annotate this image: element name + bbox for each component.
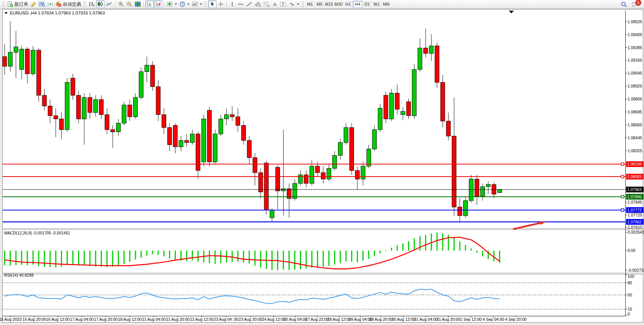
autotrading-button[interactable]: 自动交易 xyxy=(54,0,82,8)
candle-body[interactable] xyxy=(333,155,337,168)
search-button[interactable] xyxy=(620,0,628,8)
candle-body[interactable] xyxy=(395,93,399,109)
candle-body[interactable] xyxy=(406,102,411,116)
candle-body[interactable] xyxy=(190,134,194,143)
candle-body[interactable] xyxy=(230,115,234,117)
candle-body[interactable] xyxy=(59,119,64,130)
chat-button[interactable]: 1 xyxy=(631,0,640,8)
line-handle-marker[interactable] xyxy=(621,163,624,166)
arrows-tool-button[interactable] xyxy=(288,0,300,8)
timeframe-h1-button[interactable]: H1 xyxy=(343,1,353,8)
candle-body[interactable] xyxy=(94,100,98,113)
periods-dropdown-caret[interactable] xyxy=(187,3,190,5)
candle-body[interactable] xyxy=(236,117,240,126)
candle-body[interactable] xyxy=(111,130,115,132)
chart-shift-button[interactable] xyxy=(154,0,162,8)
toolbar-grip[interactable] xyxy=(84,1,86,7)
candle-body[interactable] xyxy=(99,100,104,115)
candle-body[interactable] xyxy=(475,179,479,196)
templates-button[interactable] xyxy=(191,0,203,8)
candle-body[interactable] xyxy=(367,149,371,166)
candle-body[interactable] xyxy=(492,185,496,194)
candle-body[interactable] xyxy=(497,190,502,193)
candle-body[interactable] xyxy=(446,121,451,136)
candle-body[interactable] xyxy=(185,140,189,143)
candle-body[interactable] xyxy=(71,78,75,95)
candle-body[interactable] xyxy=(156,87,160,115)
candle-body[interactable] xyxy=(304,175,308,183)
cursor-tool-button[interactable] xyxy=(208,0,217,8)
timeframe-mn-button[interactable]: MN xyxy=(381,1,391,8)
candle-body[interactable] xyxy=(122,105,126,123)
candle-body[interactable] xyxy=(424,48,428,53)
candle-body[interactable] xyxy=(31,50,35,74)
candle-body[interactable] xyxy=(344,127,348,143)
candle-body[interactable] xyxy=(54,116,58,119)
candle-body[interactable] xyxy=(8,52,12,66)
crosshair-tool-button[interactable] xyxy=(217,0,225,8)
indicators-button[interactable] xyxy=(166,0,178,8)
candle-body[interactable] xyxy=(167,127,172,145)
candle-body[interactable] xyxy=(207,110,212,162)
zoom-out-button[interactable] xyxy=(125,0,134,8)
chart-canvas[interactable]: 1.081991.080831.079631.078961.077721.076… xyxy=(0,9,644,325)
candle-body[interactable] xyxy=(128,105,132,117)
line-chart-type-button[interactable] xyxy=(105,0,113,8)
line-handle-marker[interactable] xyxy=(621,195,624,198)
candle-body[interactable] xyxy=(389,93,394,119)
bar-chart-type-button[interactable] xyxy=(87,0,96,8)
candle-body[interactable] xyxy=(458,207,462,216)
candle-body[interactable] xyxy=(384,95,388,119)
candle-body[interactable] xyxy=(418,48,422,69)
line-handle-marker[interactable] xyxy=(621,175,624,178)
candle-body[interactable] xyxy=(202,119,206,162)
candle-body[interactable] xyxy=(298,175,303,183)
candle-body[interactable] xyxy=(480,186,485,196)
candle-body[interactable] xyxy=(441,83,445,121)
candle-body[interactable] xyxy=(327,168,331,179)
candle-body[interactable] xyxy=(219,119,223,134)
candle-body[interactable] xyxy=(429,46,434,54)
candle-body[interactable] xyxy=(133,97,137,117)
candle-body[interactable] xyxy=(139,72,143,97)
candle-body[interactable] xyxy=(293,183,297,199)
candle-body[interactable] xyxy=(253,158,257,173)
candle-body[interactable] xyxy=(3,57,7,66)
candle-body[interactable] xyxy=(145,65,149,72)
metaeditor-button[interactable] xyxy=(29,0,38,8)
timeframe-w1-button[interactable]: W1 xyxy=(372,1,381,8)
timeframe-m30-button[interactable]: M30 xyxy=(334,1,343,8)
vertical-line-tool-button[interactable] xyxy=(228,0,236,8)
candle-body[interactable] xyxy=(77,95,81,119)
toolbar-grip[interactable] xyxy=(3,1,5,7)
candle-body[interactable] xyxy=(372,130,376,149)
fibonacci-tool-button[interactable]: F xyxy=(262,0,271,8)
candle-body[interactable] xyxy=(316,166,320,173)
candle-body[interactable] xyxy=(42,95,46,106)
candle-body[interactable] xyxy=(14,47,18,52)
candle-body[interactable] xyxy=(361,166,365,179)
candle-body[interactable] xyxy=(19,49,24,70)
candle-body[interactable] xyxy=(48,106,52,116)
candle-body[interactable] xyxy=(37,50,41,96)
periods-button[interactable] xyxy=(178,0,191,8)
candle-body[interactable] xyxy=(338,143,343,156)
candle-body[interactable] xyxy=(116,123,121,132)
candle-body[interactable] xyxy=(162,115,166,127)
arrows-dropdown-caret[interactable] xyxy=(297,3,299,5)
candle-body[interactable] xyxy=(247,140,251,158)
candle-body[interactable] xyxy=(105,115,109,130)
terminal-button[interactable] xyxy=(38,0,46,8)
tile-windows-button[interactable] xyxy=(134,0,142,8)
text-label-tool-button[interactable]: T xyxy=(279,0,288,8)
zoom-in-button[interactable] xyxy=(117,0,125,8)
candle-body[interactable] xyxy=(469,179,473,201)
candle-body[interactable] xyxy=(179,140,183,147)
signals-button[interactable] xyxy=(46,0,54,8)
timeframe-m5-button[interactable]: M5 xyxy=(315,1,324,8)
toolbar-grip[interactable] xyxy=(302,1,304,7)
auto-scroll-button[interactable] xyxy=(145,0,154,8)
timeframe-m15-button[interactable]: M15 xyxy=(324,1,334,8)
line-handle-marker[interactable] xyxy=(621,209,624,211)
candle-body[interactable] xyxy=(264,163,268,210)
